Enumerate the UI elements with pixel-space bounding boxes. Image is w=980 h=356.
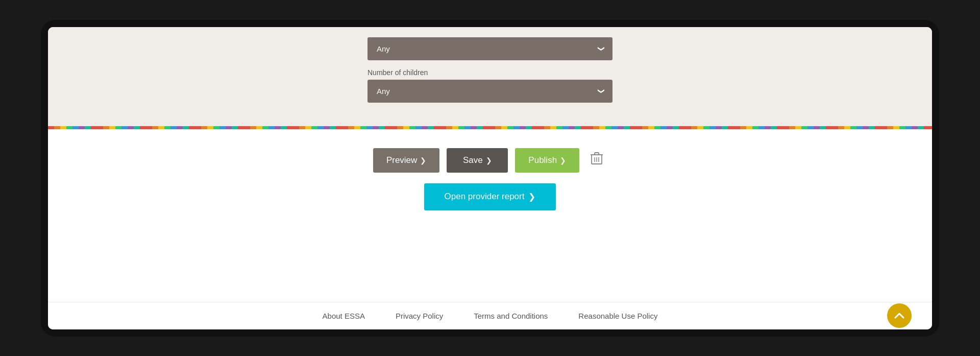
- publish-label: Publish: [528, 155, 557, 165]
- children-field-group: Number of children Any: [368, 68, 612, 103]
- footer: About ESSA Privacy Policy Terms and Cond…: [48, 302, 932, 329]
- open-report-chevron-icon: ❯: [528, 192, 535, 202]
- buttons-section: Preview ❯ Save ❯ Publish ❯: [48, 129, 932, 302]
- action-buttons: Preview ❯ Save ❯ Publish ❯: [373, 148, 607, 173]
- tablet-frame: Any Number of children Any Preview: [41, 20, 939, 337]
- footer-link-about-essa[interactable]: About ESSA: [323, 312, 365, 320]
- scroll-to-top-button[interactable]: [887, 303, 912, 328]
- footer-link-terms[interactable]: Terms and Conditions: [474, 312, 548, 320]
- open-provider-report-button[interactable]: Open provider report ❯: [424, 183, 556, 210]
- save-chevron-icon: ❯: [486, 156, 492, 164]
- save-button[interactable]: Save ❯: [447, 148, 508, 173]
- publish-button[interactable]: Publish ❯: [515, 148, 579, 173]
- delete-button[interactable]: [586, 148, 607, 173]
- first-select-wrapper: Any: [368, 37, 612, 60]
- footer-link-reasonable-use[interactable]: Reasonable Use Policy: [578, 312, 657, 320]
- publish-chevron-icon: ❯: [560, 156, 566, 164]
- save-label: Save: [463, 155, 483, 165]
- footer-link-privacy-policy[interactable]: Privacy Policy: [396, 312, 443, 320]
- second-select-wrapper: Any: [368, 80, 612, 103]
- second-select[interactable]: Any: [368, 80, 612, 103]
- preview-chevron-icon: ❯: [420, 156, 426, 164]
- preview-label: Preview: [386, 155, 417, 165]
- svg-rect-2: [595, 153, 599, 155]
- first-field-group: Any: [368, 37, 612, 60]
- chevron-up-icon: [894, 312, 904, 319]
- preview-button[interactable]: Preview ❯: [373, 148, 439, 173]
- open-report-label: Open provider report: [445, 192, 525, 202]
- top-section: Any Number of children Any: [48, 27, 932, 126]
- children-label: Number of children: [368, 68, 612, 77]
- tablet-screen: Any Number of children Any Preview: [48, 27, 932, 329]
- first-select[interactable]: Any: [368, 37, 612, 60]
- trash-icon: [591, 152, 603, 166]
